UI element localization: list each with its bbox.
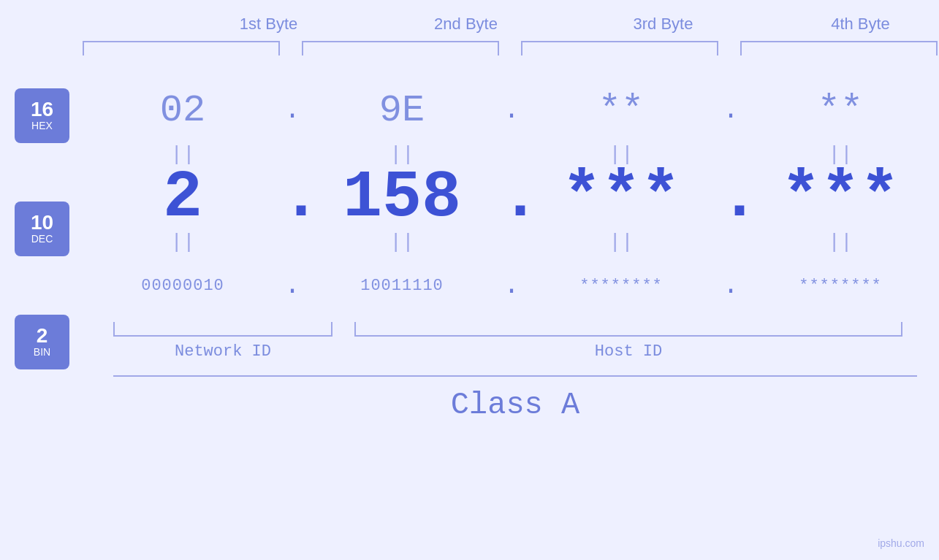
eq2-1: || — [84, 231, 281, 253]
host-id-label: Host ID — [354, 342, 902, 361]
bin-val-1: 00000010 — [84, 277, 281, 295]
hex-val-1: 02 — [84, 89, 281, 132]
eq2-2: || — [303, 231, 501, 253]
dec-dot-3: . — [720, 161, 742, 235]
bottom-brackets — [113, 322, 917, 337]
network-id-label: Network ID — [113, 342, 332, 361]
bracket-3 — [521, 41, 718, 55]
dec-val-2: 158 — [303, 161, 501, 235]
watermark: ipshu.com — [878, 537, 924, 549]
content-area: 16 HEX 10 DEC 2 BIN 02 . 9E . ** . ** — [0, 66, 939, 423]
bracket-4 — [740, 41, 938, 55]
network-bracket — [113, 322, 332, 337]
hex-val-2: 9E — [303, 89, 501, 132]
bin-val-4: ******** — [742, 277, 939, 295]
dec-val-1: 2 — [84, 161, 281, 235]
bracket-1 — [83, 41, 280, 55]
bin-dot-1: . — [281, 271, 303, 301]
bin-dot-2: . — [501, 271, 522, 301]
byte-label-1: 1st Byte — [170, 15, 368, 34]
hex-dot-3: . — [720, 96, 742, 126]
host-bracket — [354, 322, 902, 337]
badge-bin: 2 BIN — [15, 315, 69, 369]
byte-label-2: 2nd Byte — [368, 15, 565, 34]
bin-dot-3: . — [720, 271, 742, 301]
class-label: Class A — [451, 388, 579, 423]
hex-dot-2: . — [501, 96, 522, 126]
byte-label-3: 3rd Byte — [565, 15, 762, 34]
main-container: 1st Byte 2nd Byte 3rd Byte 4th Byte 16 H… — [0, 0, 939, 560]
dec-val-3: *** — [522, 161, 720, 235]
bottom-bracket-area: Network ID Host ID — [113, 322, 917, 361]
data-rows: 02 . 9E . ** . ** || || || || 2 . — [84, 66, 939, 423]
bin-val-2: 10011110 — [303, 277, 501, 295]
badge-hex: 16 HEX — [15, 88, 69, 143]
class-area: Class A — [113, 375, 917, 423]
top-brackets-row — [83, 41, 940, 55]
dec-dot-2: . — [501, 161, 522, 235]
dec-dot-1: . — [281, 161, 303, 235]
dec-row: 2 . 158 . *** . *** — [84, 169, 939, 227]
bottom-labels: Network ID Host ID — [113, 342, 917, 361]
byte-label-4: 4th Byte — [762, 15, 940, 34]
hex-row: 02 . 9E . ** . ** — [84, 81, 939, 139]
eq2-4: || — [742, 231, 939, 253]
hex-val-3: ** — [522, 89, 720, 132]
hex-dot-1: . — [281, 96, 303, 126]
badge-dec: 10 DEC — [15, 202, 69, 256]
dec-val-4: *** — [742, 161, 939, 235]
eq2-3: || — [522, 231, 720, 253]
bin-row: 00000010 . 10011110 . ******** . *******… — [84, 256, 939, 315]
hex-val-4: ** — [742, 89, 939, 132]
bin-val-3: ******** — [522, 277, 720, 295]
bracket-2 — [302, 41, 499, 55]
byte-labels-row: 1st Byte 2nd Byte 3rd Byte 4th Byte — [83, 15, 940, 34]
badges-column: 16 HEX 10 DEC 2 BIN — [0, 66, 84, 423]
